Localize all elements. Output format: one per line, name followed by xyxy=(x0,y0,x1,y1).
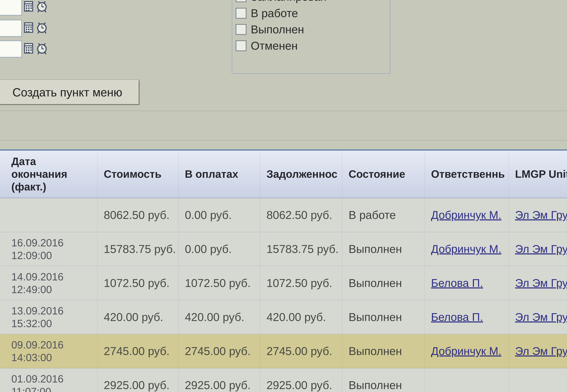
cell-debt: 15783.75 руб. xyxy=(260,232,342,266)
calendar-icon[interactable] xyxy=(24,0,33,12)
lmgp-units-link[interactable]: Эл Эм Групп xyxy=(515,209,567,221)
column-header-responsible[interactable]: Ответственнь xyxy=(425,151,509,198)
cell-in-payments: 420.00 руб. xyxy=(179,300,260,334)
cell-cost: 2925.00 руб. xyxy=(97,368,179,392)
cell-in-payments: 2925.00 руб. xyxy=(179,368,260,392)
lmgp-units-link[interactable]: Эл Эм Групп xyxy=(515,243,567,255)
cell-status: Выполнен xyxy=(342,368,425,392)
status-filter-group: Запланирован В работе Выполнен Отменен xyxy=(232,0,390,74)
alarm-clock-icon[interactable] xyxy=(37,21,47,34)
cell-lmgp-units: Эл Эм Групп xyxy=(509,334,567,368)
date-input-1[interactable] xyxy=(0,0,22,15)
cell-in-payments: 1072.50 руб. xyxy=(179,266,260,300)
cell-date: 13.09.2016 15:32:00 xyxy=(0,300,97,334)
orders-table: Дата окончания (факт.) Стоимость В оплат… xyxy=(0,151,567,392)
calendar-icon[interactable] xyxy=(24,21,33,33)
cell-debt: 2925.00 руб. xyxy=(260,368,342,392)
cell-cost: 15783.75 руб. xyxy=(97,232,179,266)
cell-cost: 1072.50 руб. xyxy=(97,266,179,300)
cell-responsible: Добринчук М. xyxy=(425,334,509,368)
panel-divider xyxy=(0,111,567,111)
cell-lmgp-units: Эл Эм Групп xyxy=(509,198,567,232)
cell-date: 09.09.2016 14:03:00 xyxy=(0,334,97,368)
column-header-cost[interactable]: Стоимость xyxy=(97,151,179,198)
status-option-in-progress: В работе xyxy=(236,7,298,19)
column-header-lmgp-units[interactable]: LMGP Units xyxy=(509,151,567,198)
column-header-status[interactable]: Состояние xyxy=(342,151,425,198)
date-input-3[interactable] xyxy=(0,41,22,57)
cell-responsible: Добринчук М. xyxy=(425,198,509,232)
checkbox-planned[interactable] xyxy=(236,0,246,2)
cell-responsible xyxy=(425,368,509,392)
cell-responsible: Добринчук М. xyxy=(425,232,509,266)
table-row[interactable]: 13.09.2016 15:32:00 420.00 руб. 420.00 р… xyxy=(0,300,567,334)
cell-in-payments: 2745.00 руб. xyxy=(179,334,260,368)
cell-status: Выполнен xyxy=(342,232,425,266)
cell-debt: 2745.00 руб. xyxy=(260,334,342,368)
cell-cost: 420.00 руб. xyxy=(97,300,179,334)
checkbox-label: Выполнен xyxy=(251,23,304,36)
cell-status: Выполнен xyxy=(342,334,425,368)
table-top-border xyxy=(0,150,567,151)
table-header-row: Дата окончания (факт.) Стоимость В оплат… xyxy=(0,151,567,198)
status-option-planned: Запланирован xyxy=(236,0,327,3)
status-option-done: Выполнен xyxy=(236,23,304,35)
lmgp-units-link[interactable]: Эл Эм Групп xyxy=(515,311,567,323)
responsible-link[interactable]: Белова П. xyxy=(431,311,483,323)
checkbox-label: В работе xyxy=(251,7,298,20)
cell-debt: 8062.50 руб. xyxy=(260,198,342,232)
status-option-cancelled: Отменен xyxy=(236,39,298,52)
lmgp-units-link[interactable]: Эл Эм Групп xyxy=(515,277,567,290)
cell-lmgp-units: Эл Эм Групп xyxy=(509,232,567,266)
cell-in-payments: 0.00 руб. xyxy=(179,198,260,232)
table-row[interactable]: 14.09.2016 12:49:00 1072.50 руб. 1072.50… xyxy=(0,266,567,300)
cell-date: 14.09.2016 12:49:00 xyxy=(0,266,97,300)
alarm-clock-icon[interactable] xyxy=(37,42,47,55)
cell-cost: 2745.00 руб. xyxy=(97,334,179,368)
cell-cost: 8062.50 руб. xyxy=(97,198,179,232)
responsible-link[interactable]: Белова П. xyxy=(431,277,483,290)
table-row[interactable]: 8062.50 руб. 0.00 руб. 8062.50 руб. В ра… xyxy=(0,198,567,232)
cell-responsible: Белова П. xyxy=(425,300,509,334)
create-menu-item-button[interactable]: Создать пункт меню xyxy=(0,80,139,105)
cell-status: Выполнен xyxy=(342,266,425,300)
table-row[interactable]: 16.09.2016 12:09:00 15783.75 руб. 0.00 р… xyxy=(0,232,567,266)
table-row-highlighted[interactable]: 09.09.2016 14:03:00 2745.00 руб. 2745.00… xyxy=(0,334,567,368)
cell-status: Выполнен xyxy=(342,300,425,334)
table-row[interactable]: 01.09.2016 11:07:00 2925.00 руб. 2925.00… xyxy=(0,368,567,392)
cell-lmgp-units xyxy=(509,368,567,392)
column-header-in-payments[interactable]: В оплатах xyxy=(179,151,260,198)
checkbox-label: Отменен xyxy=(251,39,298,52)
cell-date: 01.09.2016 11:07:00 xyxy=(0,368,97,392)
panel-divider xyxy=(0,140,567,140)
cell-date: 16.09.2016 12:09:00 xyxy=(0,232,97,266)
cell-lmgp-units: Эл Эм Групп xyxy=(509,266,567,300)
checkbox-done[interactable] xyxy=(236,24,246,35)
cell-lmgp-units: Эл Эм Групп xyxy=(509,300,567,334)
cell-status: В работе xyxy=(342,198,425,232)
calendar-icon[interactable] xyxy=(24,42,33,54)
checkbox-label: Запланирован xyxy=(251,0,327,3)
cell-in-payments: 0.00 руб. xyxy=(179,232,260,266)
cell-debt: 1072.50 руб. xyxy=(260,266,342,300)
date-input-2[interactable] xyxy=(0,20,22,37)
alarm-clock-icon[interactable] xyxy=(37,0,47,13)
responsible-link[interactable]: Добринчук М. xyxy=(431,345,501,358)
app-screen: Запланирован В работе Выполнен Отменен С… xyxy=(0,0,567,392)
column-header-date-end[interactable]: Дата окончания (факт.) xyxy=(0,151,97,198)
lmgp-units-link[interactable]: Эл Эм Групп xyxy=(515,345,567,358)
checkbox-cancelled[interactable] xyxy=(236,40,246,51)
checkbox-in-progress[interactable] xyxy=(236,8,246,19)
cell-date xyxy=(0,198,97,232)
cell-responsible: Белова П. xyxy=(425,266,509,300)
column-header-debt[interactable]: Задолженнос xyxy=(260,151,342,198)
cell-debt: 420.00 руб. xyxy=(260,300,342,334)
responsible-link[interactable]: Добринчук М. xyxy=(431,243,501,255)
responsible-link[interactable]: Добринчук М. xyxy=(431,209,501,221)
